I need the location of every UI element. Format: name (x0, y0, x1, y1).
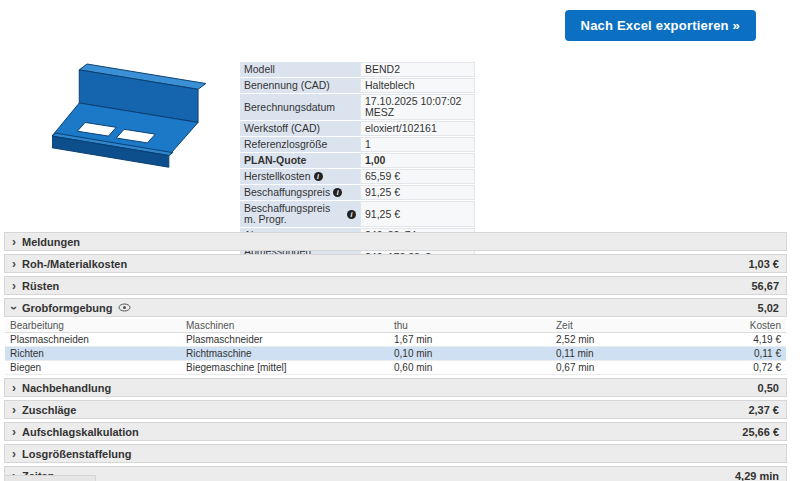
part-info-row: Werkstoff (CAD) eloxiert/102161 (240, 121, 475, 136)
chevron-right-icon: › (12, 236, 16, 248)
cell-thu: 1,67 min (394, 333, 556, 346)
column-header-kosten: Kosten (720, 319, 781, 332)
sheet-metal-part-image (52, 48, 237, 193)
info-icon[interactable]: i (347, 210, 356, 219)
part-info-row: Beschaffungspreis m. Progr.i 91,25 € (240, 201, 475, 227)
part-info-label: Benennung (CAD) (240, 78, 360, 93)
part-info-row: Benennung (CAD) Halteblech (240, 78, 475, 93)
section-label: Aufschlagskalkulation (22, 426, 139, 438)
part-info-value: 17.10.2025 10:07:02 MESZ (360, 94, 475, 120)
cell-thu: 0,60 min (394, 361, 556, 374)
section-zeiten[interactable]: › Zeiten 4,29 min (4, 466, 787, 481)
part-info-row: Referenzlosgröße 1 (240, 137, 475, 152)
part-info-label: Beschaffungspreisi (240, 185, 360, 200)
chevron-right-icon: › (12, 258, 16, 270)
part-info-label: Modell (240, 62, 360, 77)
section-nachbehandlung[interactable]: › Nachbehandlung 0,50 (4, 378, 787, 397)
cell-zeit: 0,67 min (556, 361, 720, 374)
section-label: Meldungen (22, 236, 80, 248)
part-info-value: 91,25 € (360, 201, 475, 227)
section-aufschlagskalkulation[interactable]: › Aufschlagskalkulation 25,66 € (4, 422, 787, 441)
section-value: 2,37 € (748, 404, 779, 416)
info-icon[interactable]: i (333, 188, 342, 197)
clipped-element (4, 475, 96, 481)
section-ruesten[interactable]: › Rüsten 56,67 (4, 276, 787, 295)
table-row-plasmaschneiden[interactable]: Plasmaschneiden Plasmaschneider 1,67 min… (5, 333, 786, 347)
chevron-right-icon: › (12, 404, 16, 416)
section-roh-materialkosten[interactable]: › Roh-/Materialkosten 1,03 € (4, 254, 787, 273)
chevron-right-icon: › (12, 426, 16, 438)
chevron-right-icon: › (12, 382, 16, 394)
section-label: Nachbehandlung (22, 382, 111, 394)
part-info-value: BEND2 (360, 62, 475, 77)
chevron-down-icon: › (8, 306, 20, 310)
cell-maschine: Plasmaschneider (186, 333, 394, 346)
chevron-right-icon: › (12, 448, 16, 460)
grob-table-header-row: Bearbeitung Maschinen thu Zeit Kosten (5, 319, 786, 333)
part-info-label: Berechnungsdatum (240, 94, 360, 120)
section-label: Zuschläge (22, 404, 76, 416)
part-info-row: Herstellkosteni 65,59 € (240, 169, 475, 184)
export-to-excel-button[interactable]: Nach Excel exportieren » (565, 10, 756, 41)
column-header-bearbeitung: Bearbeitung (10, 319, 186, 332)
cell-bearbeitung: Biegen (10, 361, 186, 374)
chevron-right-icon: › (12, 280, 16, 292)
part-info-label: Beschaffungspreis m. Progr.i (240, 201, 360, 227)
section-value: 0,50 (758, 382, 779, 394)
cell-zeit: 2,52 min (556, 333, 720, 346)
cell-kosten: 4,19 € (720, 333, 781, 346)
section-label: Rüsten (22, 280, 59, 292)
info-icon[interactable]: i (314, 172, 323, 181)
section-label: Grobformgebung (22, 302, 112, 314)
section-value: 25,66 € (742, 426, 779, 438)
part-3d-view (52, 48, 237, 193)
column-header-thu: thu (394, 319, 556, 332)
section-value: 4,29 min (735, 470, 779, 481)
calculation-page: Nach Excel exportieren » Modell BEND2 Be… (0, 0, 800, 481)
section-grobformgebung[interactable]: › Grobformgebung 5,02 (4, 298, 787, 317)
cell-bearbeitung: Plasmaschneiden (10, 333, 186, 346)
section-value: 1,03 € (748, 258, 779, 270)
cell-kosten: 0,11 € (720, 347, 781, 360)
part-info-row-plan-quote: PLAN-Quote 1,00 (240, 153, 475, 168)
section-value: 5,02 (758, 302, 779, 314)
part-info-row: Berechnungsdatum 17.10.2025 10:07:02 MES… (240, 94, 475, 120)
section-label: Roh-/Materialkosten (22, 258, 127, 270)
cell-kosten: 0,72 € (720, 361, 781, 374)
column-header-maschinen: Maschinen (186, 319, 394, 332)
cell-zeit: 0,11 min (556, 347, 720, 360)
grobformgebung-table: Bearbeitung Maschinen thu Zeit Kosten Pl… (5, 319, 786, 375)
part-info-value: Halteblech (360, 78, 475, 93)
part-info-row: Modell BEND2 (240, 62, 475, 77)
part-info-row: Beschaffungspreisi 91,25 € (240, 185, 475, 200)
accordion-sections: › Meldungen › Roh-/Materialkosten 1,03 €… (4, 232, 787, 481)
eye-icon[interactable] (118, 303, 131, 312)
table-row-biegen[interactable]: Biegen Biegemaschine [mittel] 0,60 min 0… (5, 361, 786, 375)
section-losgroessenstaffelung[interactable]: › Losgrößenstaffelung (4, 444, 787, 463)
cell-maschine: Biegemaschine [mittel] (186, 361, 394, 374)
section-label: Losgrößenstaffelung (22, 448, 131, 460)
cell-thu: 0,10 min (394, 347, 556, 360)
section-meldungen[interactable]: › Meldungen (4, 232, 787, 251)
table-row-richten[interactable]: Richten Richtmaschine 0,10 min 0,11 min … (5, 347, 786, 361)
part-info-label: Referenzlosgröße (240, 137, 360, 152)
part-info-value: eloxiert/102161 (360, 121, 475, 136)
part-info-value: 1 (360, 137, 475, 152)
section-value: 56,67 (751, 280, 779, 292)
section-zuschlaege[interactable]: › Zuschläge 2,37 € (4, 400, 787, 419)
column-header-zeit: Zeit (556, 319, 720, 332)
part-info-value: 1,00 (360, 153, 475, 168)
part-info-label: Herstellkosteni (240, 169, 360, 184)
cell-maschine: Richtmaschine (186, 347, 394, 360)
part-info-label: PLAN-Quote (240, 153, 360, 168)
part-info-value: 65,59 € (360, 169, 475, 184)
part-info-label: Werkstoff (CAD) (240, 121, 360, 136)
cell-bearbeitung: Richten (10, 347, 186, 360)
part-info-value: 91,25 € (360, 185, 475, 200)
